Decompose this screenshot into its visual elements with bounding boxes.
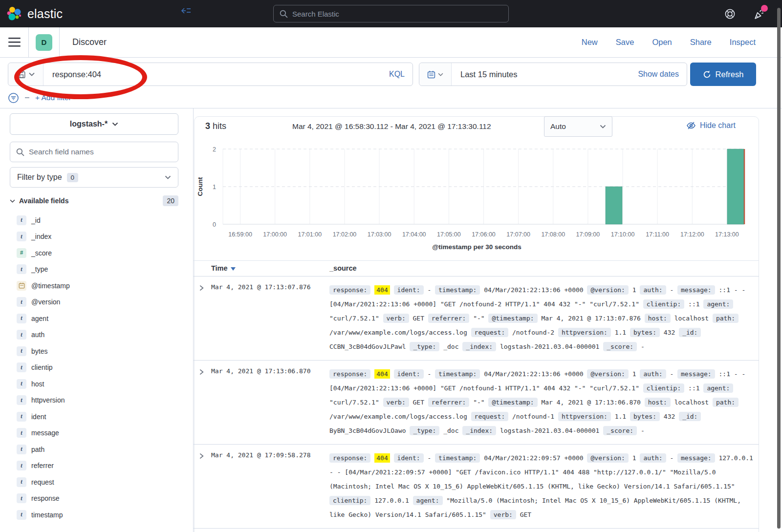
- hide-chart-label: Hide chart: [700, 121, 736, 130]
- elastic-logo[interactable]: elastic: [7, 6, 63, 21]
- field-name: path: [31, 446, 44, 453]
- menu-icon[interactable]: [0, 38, 28, 47]
- table-row: Mar 4, 2021 @ 17:13:07.876response: 404 …: [194, 277, 759, 361]
- field-key-badge: message:: [677, 285, 715, 295]
- chart-time-range: Mar 4, 2021 @ 16:58:30.112 - Mar 4, 2021…: [292, 122, 491, 131]
- share-button[interactable]: Share: [690, 38, 712, 47]
- svg-text:17:08:00: 17:08:00: [541, 231, 565, 238]
- page-scrollbar[interactable]: [777, 8, 781, 529]
- field-item-bytes[interactable]: tbytes: [10, 343, 178, 360]
- interval-value: Auto: [550, 122, 566, 131]
- global-search-placeholder: Search Elastic: [292, 10, 339, 18]
- row-timestamp: Mar 4, 2021 @ 17:13:07.876: [211, 283, 311, 291]
- field-name: request: [31, 478, 54, 486]
- saved-query-menu-button[interactable]: [8, 63, 43, 85]
- add-filter-button[interactable]: + Add filter: [35, 93, 71, 102]
- open-button[interactable]: Open: [652, 38, 672, 47]
- hide-chart-button[interactable]: Hide chart: [686, 121, 736, 130]
- query-input[interactable]: response:404: [43, 70, 389, 79]
- string-type-icon: t: [17, 232, 26, 241]
- field-key-badge: agent:: [703, 299, 733, 309]
- collapse-sidebar-icon[interactable]: [180, 7, 191, 15]
- index-pattern-select[interactable]: logstash-*: [10, 113, 178, 135]
- field-item-type[interactable]: t_type: [10, 261, 178, 278]
- highlighted-value: 404: [374, 285, 390, 295]
- string-type-icon: t: [17, 314, 26, 323]
- svg-text:16:59:00: 16:59:00: [228, 231, 252, 238]
- save-button[interactable]: Save: [616, 38, 634, 47]
- field-item-clientip[interactable]: tclientip: [10, 360, 178, 376]
- table-row: Mar 4, 2021 @ 17:13:06.870response: 404 …: [194, 361, 759, 445]
- calendar-icon: [427, 70, 435, 79]
- field-search-input[interactable]: Search field names: [10, 142, 178, 162]
- field-item-ident[interactable]: tident: [10, 408, 178, 425]
- field-item-timestamp[interactable]: ttimestamp: [10, 507, 178, 523]
- field-item-index[interactable]: t_index: [10, 229, 178, 245]
- string-type-icon: t: [17, 477, 26, 487]
- field-name: _index: [31, 233, 51, 240]
- field-item-host[interactable]: thost: [10, 376, 178, 392]
- field-key-badge: verb:: [383, 398, 409, 407]
- field-item-timestamp[interactable]: @timestamp: [10, 277, 178, 294]
- date-type-icon: [17, 281, 26, 291]
- field-key-badge: clientip:: [329, 496, 370, 505]
- inspect-button[interactable]: Inspect: [730, 38, 756, 47]
- svg-text:1: 1: [213, 184, 216, 191]
- hits-counter: 3 hits: [205, 121, 226, 131]
- svg-text:17:06:00: 17:06:00: [472, 231, 496, 238]
- field-key-badge: clientip:: [643, 383, 684, 393]
- svg-text:17:11:00: 17:11:00: [646, 231, 669, 238]
- available-fields-count-badge: 20: [163, 195, 178, 206]
- field-key-badge: agent:: [703, 383, 733, 393]
- expand-row-icon[interactable]: [198, 453, 204, 459]
- show-dates-button[interactable]: Show dates: [638, 70, 687, 79]
- app-navbar: D Discover New Save Open Share Inspect: [0, 27, 782, 58]
- table-row: Mar 4, 2021 @ 17:09:58.278response: 404 …: [194, 445, 759, 529]
- filter-icon[interactable]: [8, 92, 19, 104]
- field-item-id[interactable]: t_id: [10, 212, 178, 229]
- time-range-value[interactable]: Last 15 minutes: [452, 70, 638, 79]
- chevron-down-icon: [600, 125, 606, 128]
- field-item-message[interactable]: tmessage: [10, 425, 178, 442]
- svg-text:17:00:00: 17:00:00: [263, 231, 287, 238]
- refresh-button[interactable]: Refresh: [690, 63, 756, 86]
- field-key-badge: host:: [645, 398, 671, 407]
- field-key-badge: verb:: [490, 510, 516, 519]
- new-button[interactable]: New: [582, 38, 598, 47]
- available-fields-header[interactable]: Available fields 20: [10, 195, 178, 206]
- global-search-input[interactable]: Search Elastic: [273, 5, 509, 22]
- search-icon: [280, 10, 288, 18]
- time-column-header[interactable]: Time: [211, 264, 236, 272]
- field-item-response[interactable]: tresponse: [10, 490, 178, 507]
- date-quick-menu-button[interactable]: [419, 63, 452, 85]
- field-key-badge: auth:: [640, 453, 666, 463]
- field-key-badge: timestamp:: [435, 369, 480, 379]
- doc-table-header: Time _source: [194, 260, 759, 277]
- expand-row-icon[interactable]: [198, 369, 204, 375]
- string-type-icon: t: [17, 346, 26, 356]
- field-item-request[interactable]: trequest: [10, 474, 178, 490]
- histogram-chart[interactable]: 012Count16:59:0017:00:0017:01:0017:02:00…: [195, 143, 759, 243]
- help-icon[interactable]: [724, 8, 736, 20]
- interval-select[interactable]: Auto: [544, 116, 612, 137]
- notification-dot: [761, 5, 768, 12]
- refresh-label: Refresh: [716, 70, 744, 79]
- field-key-badge: response:: [329, 369, 370, 379]
- field-name: response: [31, 494, 60, 502]
- field-item-httpversion[interactable]: thttpversion: [10, 392, 178, 409]
- expand-row-icon[interactable]: [198, 285, 204, 291]
- query-language-button[interactable]: KQL: [389, 70, 413, 79]
- string-type-icon: t: [17, 379, 26, 389]
- field-item-path[interactable]: tpath: [10, 441, 178, 458]
- field-item-auth[interactable]: tauth: [10, 327, 178, 343]
- field-key-badge: ident:: [394, 453, 424, 463]
- field-item-referrer[interactable]: treferrer: [10, 458, 178, 474]
- field-item-agent[interactable]: tagent: [10, 310, 178, 327]
- field-item-score[interactable]: #_score: [10, 245, 178, 261]
- field-item-version[interactable]: t@version: [10, 294, 178, 311]
- space-avatar[interactable]: D: [36, 34, 52, 51]
- string-type-icon: t: [17, 362, 26, 372]
- newsfeed-icon[interactable]: [753, 8, 765, 20]
- filter-by-type-select[interactable]: Filter by type 0: [10, 167, 178, 188]
- field-name: ident: [31, 413, 46, 421]
